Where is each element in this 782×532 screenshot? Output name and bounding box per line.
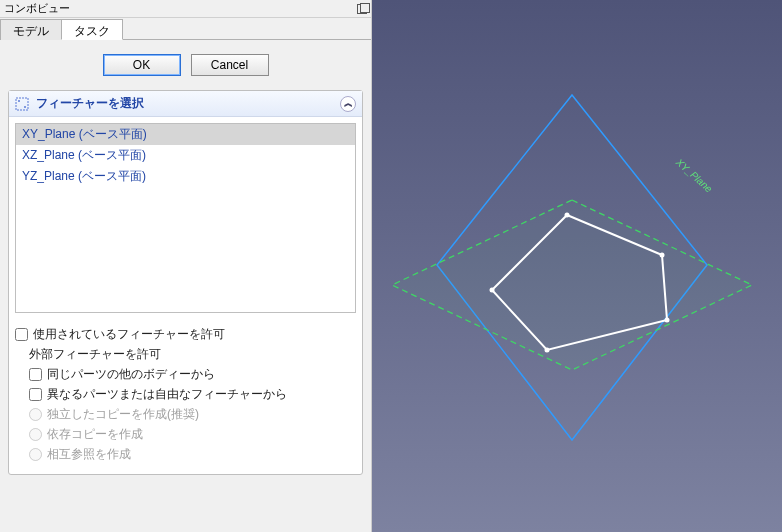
feature-listbox[interactable]: XY_Plane (ベース平面)XZ_Plane (ベース平面)YZ_Plane… — [15, 123, 356, 313]
allow-used-label: 使用されているフィーチャーを許可 — [33, 326, 225, 343]
ok-button[interactable]: OK — [103, 54, 181, 76]
svg-point-3 — [565, 213, 570, 218]
allow-external-header: 外部フィーチャーを許可 — [29, 346, 161, 363]
feature-item-2[interactable]: YZ_Plane (ベース平面) — [16, 166, 355, 187]
task-body: OK Cancel フィーチャーを選択 ︽ XY_Plane (ベース平面)XZ… — [0, 40, 371, 532]
copy-dependent-radio — [29, 428, 42, 441]
cross-reference-label: 相互参照を作成 — [47, 446, 131, 463]
allow-used-checkbox[interactable] — [15, 328, 28, 341]
svg-point-1 — [18, 100, 20, 102]
3d-viewport[interactable]: XY_Plane — [372, 0, 782, 532]
tab-task[interactable]: タスク — [61, 19, 123, 40]
feature-item-1[interactable]: XZ_Plane (ベース平面) — [16, 145, 355, 166]
tab-bar: モデル タスク — [0, 18, 371, 40]
copy-independent-radio — [29, 408, 42, 421]
different-parts-checkbox[interactable] — [29, 388, 42, 401]
svg-point-6 — [545, 348, 550, 353]
tab-model[interactable]: モデル — [0, 19, 62, 40]
feature-item-0[interactable]: XY_Plane (ベース平面) — [16, 124, 355, 145]
svg-point-5 — [665, 318, 670, 323]
collapse-icon[interactable]: ︽ — [340, 96, 356, 112]
section-header[interactable]: フィーチャーを選択 ︽ — [9, 91, 362, 117]
panel-title: コンボビュー — [4, 1, 70, 16]
dialog-button-row: OK Cancel — [8, 54, 363, 76]
cancel-button[interactable]: Cancel — [191, 54, 269, 76]
other-bodies-checkbox[interactable] — [29, 368, 42, 381]
svg-point-2 — [24, 106, 26, 108]
panel-titlebar[interactable]: コンボビュー — [0, 0, 371, 18]
cross-reference-radio — [29, 448, 42, 461]
copy-independent-label: 独立したコピーを作成(推奨) — [47, 406, 199, 423]
select-feature-section: フィーチャーを選択 ︽ XY_Plane (ベース平面)XZ_Plane (ベー… — [8, 90, 363, 475]
svg-point-4 — [660, 253, 665, 258]
copy-dependent-label: 依存コピーを作成 — [47, 426, 143, 443]
detach-icon[interactable] — [357, 4, 367, 14]
section-title: フィーチャーを選択 — [36, 96, 144, 110]
options-group: 使用されているフィーチャーを許可 外部フィーチャーを許可 同じパーツの他のボディ… — [9, 319, 362, 474]
feature-select-icon — [15, 97, 29, 111]
different-parts-label: 異なるパーツまたは自由なフィーチャーから — [47, 386, 287, 403]
scene-svg — [372, 0, 782, 532]
svg-point-7 — [490, 288, 495, 293]
other-bodies-label: 同じパーツの他のボディーから — [47, 366, 215, 383]
combo-view-panel: コンボビュー モデル タスク OK Cancel フィーチャーを選択 ︽ XY_… — [0, 0, 372, 532]
svg-rect-0 — [16, 98, 28, 110]
